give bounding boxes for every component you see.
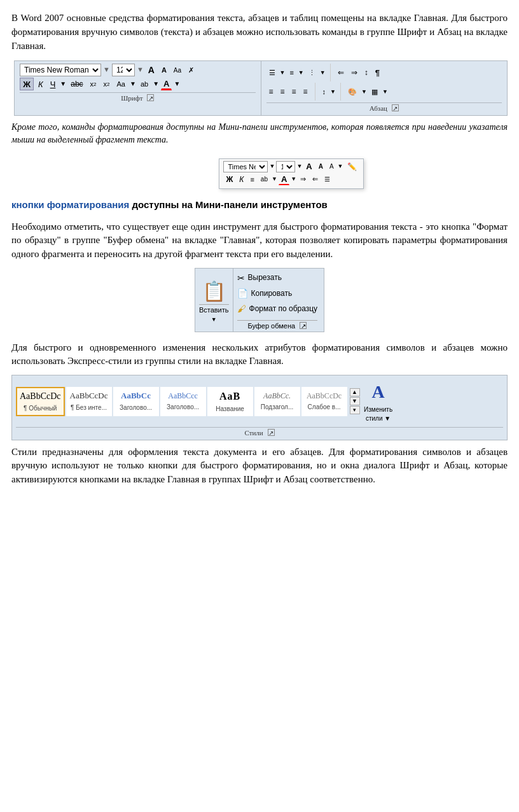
divider3 — [340, 83, 341, 101]
style-normal-label: ¶ Обычный — [24, 404, 57, 414]
style-weak-preview: AaBbCcDc — [307, 391, 342, 402]
styles-scroll-up[interactable]: ▲ — [350, 388, 360, 396]
align-left-btn[interactable]: ≡ — [266, 85, 276, 98]
align-justify-btn[interactable]: ≡ — [301, 85, 310, 98]
ribbon-font-paragraph: Times New Roman ▼ 12 ▼ A A Aa ✗ Ж К Ч ▼ … — [14, 60, 508, 116]
paragraph-panel-ext[interactable]: ↗ — [392, 104, 399, 111]
mini-italic-btn[interactable]: К — [237, 174, 246, 185]
mini-fontcolor-btn[interactable]: A — [279, 174, 289, 185]
style-title-preview: АаВ — [219, 389, 240, 403]
style-no-interval[interactable]: AaBbCcDc ¶ Без инте... — [66, 387, 112, 416]
styles-scroll: ▲ ▼ ▾ — [350, 388, 360, 414]
clear-format-btn[interactable]: ✗ — [186, 64, 197, 76]
format-paint-row: 🖌 Формат по образцу — [237, 302, 318, 316]
style-heading2[interactable]: AaBbCcc Заголово... — [160, 387, 206, 416]
buffer-panel-label: Буфер обмена ↗ — [237, 320, 318, 332]
mini-font-arrow: ▼ — [269, 162, 275, 171]
italic-caption: Кроме того, команды форматирования досту… — [11, 121, 508, 147]
size-dropdown-arrow: ▼ — [137, 65, 144, 75]
borders-arrow: ▼ — [382, 88, 388, 96]
style-subtitle-preview: AaBbCc. — [263, 391, 291, 402]
style-noint-label: ¶ Без инте... — [71, 403, 107, 413]
styles-ribbon: AaBbCcDc ¶ Обычный AaBbCcDc ¶ Без инте..… — [11, 375, 508, 440]
mini-increase-indent-btn[interactable]: ⇒ — [298, 174, 308, 185]
font-color-btn[interactable]: A — [161, 78, 172, 90]
copy-icon: 📄 — [237, 287, 248, 300]
highlight-btn[interactable]: ab — [138, 78, 151, 90]
style-noint-preview: AaBbCcDc — [70, 390, 108, 402]
style-h2-preview: AaBbCcc — [168, 391, 198, 402]
mini-aa-btn[interactable]: A — [327, 161, 336, 172]
increase-font-btn[interactable]: A — [146, 64, 157, 76]
copy-label: Копировать — [251, 288, 293, 299]
copy-row: 📄 Копировать — [237, 286, 318, 300]
mini-bold-btn[interactable]: Ж — [223, 174, 235, 185]
style-subtitle-label: Подзагол... — [261, 403, 293, 412]
buffer-panel-outer: 📋 Вставить ▼ ✂ Вырезать 📄 Копировать 🖌 Ф… — [11, 268, 508, 332]
borders-btn[interactable]: ▦ — [369, 85, 380, 98]
mini-size-arrow: ▼ — [296, 162, 302, 171]
bullets-btn[interactable]: ☰ — [266, 66, 278, 79]
increase-indent-btn[interactable]: ⇒ — [349, 66, 360, 79]
sort-btn[interactable]: ↕ — [362, 66, 371, 79]
style-title[interactable]: АаВ Название — [207, 387, 253, 416]
divider1 — [330, 64, 331, 81]
numbering-btn[interactable]: ≡ — [287, 66, 296, 79]
font-size-select[interactable]: 12 — [112, 64, 135, 76]
change-styles-label: Изменитьстили ▼ — [364, 405, 392, 424]
styles-scroll-more[interactable]: ▾ — [350, 406, 360, 414]
decrease-indent-btn[interactable]: ⇐ — [335, 66, 347, 79]
mini-highlight-btn[interactable]: ab — [258, 174, 270, 185]
italic-btn[interactable]: К — [36, 78, 46, 90]
superscript-btn[interactable]: x2 — [101, 78, 113, 90]
styles-panel-ext[interactable]: ↗ — [268, 429, 275, 436]
change-case-btn[interactable]: Aa — [171, 64, 184, 76]
mini-decrease-indent-btn[interactable]: ⇐ — [310, 174, 321, 185]
style-h1-label: Заголово... — [120, 403, 152, 413]
show-marks-btn[interactable]: ¶ — [373, 66, 382, 79]
style-weak[interactable]: AaBbCcDc Слабое в... — [301, 387, 347, 416]
styles-panel-label: Стили ↗ — [16, 427, 503, 438]
style-subtitle[interactable]: AaBbCc. Подзагол... — [254, 387, 300, 416]
multilevel-arrow: ▼ — [320, 69, 326, 77]
mini-center-btn[interactable]: ≡ — [247, 174, 256, 185]
align-right-btn[interactable]: ≡ — [289, 85, 299, 98]
mini-format-paint-btn[interactable]: ✏️ — [345, 161, 359, 172]
mini-bullets-btn[interactable]: ☰ — [322, 174, 333, 185]
mini-fontcolor-arrow: ▼ — [291, 175, 296, 183]
font-color-aa-btn[interactable]: Aa — [114, 78, 128, 90]
decrease-font-btn[interactable]: A — [159, 64, 169, 76]
caption-bold-black: доступны на Мини-панели инструментов — [129, 199, 328, 210]
line-spacing-btn[interactable]: ↕ — [320, 85, 329, 98]
paste-big-btn[interactable]: 📋 — [202, 280, 226, 302]
mini-increase-font-btn[interactable]: A — [303, 161, 314, 172]
font-panel-ext[interactable]: ↗ — [147, 94, 154, 101]
shading-btn[interactable]: 🎨 — [345, 85, 359, 98]
style-h1-preview: AaBbCc — [121, 390, 151, 402]
font-dropdown-arrow: ▼ — [103, 65, 110, 75]
strikethrough-btn[interactable]: abc — [68, 78, 85, 90]
ribbon-font-panel: Times New Roman ▼ 12 ▼ A A Aa ✗ Ж К Ч ▼ … — [15, 61, 261, 115]
cut-row: ✂ Вырезать — [237, 271, 318, 285]
subscript-btn[interactable]: x2 — [88, 78, 99, 90]
ribbon-paragraph-panel: ☰ ▼ ≡ ▼ ⋮ ▼ ⇐ ⇒ ↕ ¶ ≡ ≡ ≡ ≡ ↕ ▼ 🎨 ▼ ▦ ▼ — [261, 61, 508, 115]
paste-arrow: ▼ — [211, 316, 217, 324]
mini-size-select[interactable]: 12 — [276, 161, 295, 172]
para2: Необходимо отметить, что существует еще … — [11, 220, 508, 262]
multilevel-btn[interactable]: ⋮ — [306, 66, 318, 79]
bold-btn[interactable]: Ж — [20, 78, 34, 90]
mini-decrease-font-btn[interactable]: A — [316, 161, 326, 172]
style-title-label: Название — [216, 405, 244, 414]
style-normal[interactable]: AaBbCcDc ¶ Обычный — [16, 387, 65, 416]
fontcolor-arrow: ▼ — [174, 80, 180, 89]
buffer-panel-ext[interactable]: ↗ — [300, 322, 307, 329]
change-styles-btn[interactable]: А Изменитьстили ▼ — [361, 378, 396, 425]
mini-font-select[interactable]: Times New — [223, 161, 268, 172]
underline-btn[interactable]: Ч — [48, 78, 59, 90]
align-center-btn[interactable]: ≡ — [278, 85, 287, 98]
style-heading1[interactable]: AaBbCc Заголово... — [113, 387, 159, 416]
caption-line: кнопки форматирования доступны на Мини-п… — [11, 198, 508, 213]
underline-arrow: ▼ — [60, 80, 66, 89]
font-name-select[interactable]: Times New Roman — [20, 64, 101, 76]
styles-scroll-down[interactable]: ▼ — [350, 397, 360, 405]
